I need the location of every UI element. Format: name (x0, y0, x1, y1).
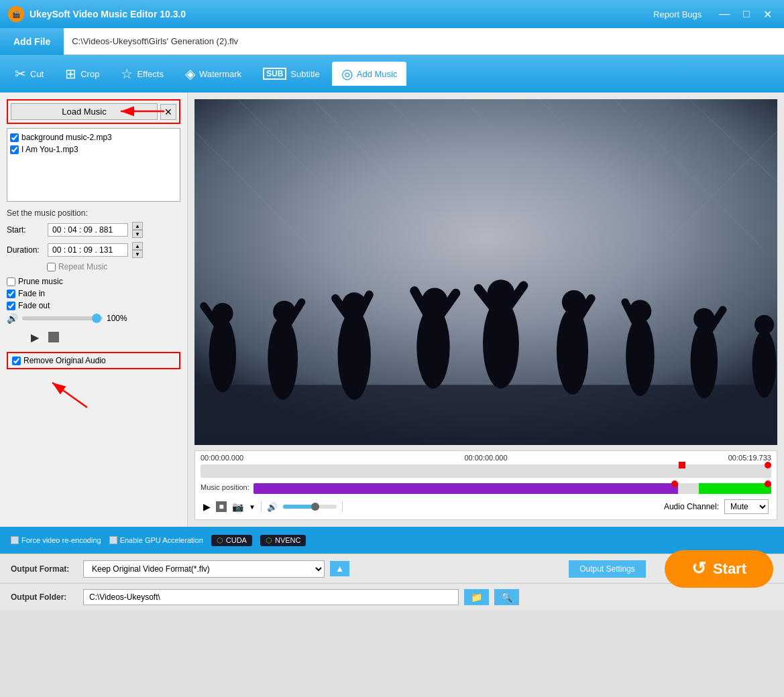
remove-original-audio-checkbox[interactable] (12, 357, 21, 365)
time-start: 00:00:00.000 (201, 454, 243, 462)
cuda-badge: ⬡ CUDA (211, 535, 252, 546)
report-bugs-link[interactable]: Report Bugs (653, 9, 702, 19)
left-panel: Load Music ✕ background music-2.mp3 (0, 92, 188, 527)
timeline-marker-end[interactable] (765, 462, 771, 468)
fade-in-checkbox[interactable] (7, 290, 15, 298)
output-folder-input[interactable] (83, 589, 459, 605)
audio-channel-label: Audio Channel: (664, 502, 719, 511)
right-panel: 00:00:00.000 00:00:00.000 00:05:19.733 M… (188, 92, 784, 527)
close-button[interactable]: ✕ (759, 7, 776, 22)
purple-progress (254, 483, 678, 494)
time-mid: 00:00:00.000 (464, 454, 507, 462)
tool-subtitle[interactable]: SUB Subtitle (254, 64, 329, 84)
video-stop-button[interactable]: ■ (216, 501, 227, 512)
tool-crop[interactable]: ⊞ Crop (56, 62, 109, 86)
music-marker-left[interactable] (671, 481, 678, 487)
crop-icon: ⊞ (65, 66, 76, 82)
prune-music-checkbox[interactable] (7, 277, 15, 286)
start-button[interactable]: ↺ Start (665, 550, 773, 588)
music-list: background music-2.mp3 I Am You-1.mp3 (7, 128, 180, 202)
crop-label: Crop (80, 69, 99, 79)
fade-in-label: Fade in (18, 289, 45, 298)
video-volume-thumb[interactable] (311, 503, 319, 511)
browse-folder-button[interactable]: 📁 (464, 589, 489, 605)
music-filename-2: I Am You-1.mp3 (21, 145, 78, 154)
app-title: UkeySoft Video Music Editor 10.3.0 (30, 9, 653, 19)
output-format-bar: Output Format: Keep Original Video Forma… (0, 554, 784, 583)
music-filename-1: background music-2.mp3 (21, 133, 112, 142)
prune-music-label: Prune music (18, 277, 63, 286)
fade-out-row: Fade out (7, 301, 180, 310)
volume-percent: 100% (107, 314, 127, 323)
music-position-section-label: Set the music position: (7, 208, 180, 218)
duration-spinner: ▲ ▼ (132, 242, 143, 258)
force-reencoding-label: Force video re-encoding (21, 536, 101, 544)
tool-watermark[interactable]: ◈ Watermark (176, 62, 251, 86)
tool-add-music[interactable]: ◎ Add Music (332, 62, 407, 86)
duration-up[interactable]: ▲ (132, 242, 143, 250)
search-folder-button[interactable]: 🔍 (494, 589, 519, 605)
duration-down[interactable]: ▼ (132, 250, 143, 258)
output-format-select[interactable]: Keep Original Video Format(*.flv) (83, 560, 325, 578)
play-controls: ▶ (7, 329, 180, 345)
screenshot-button[interactable]: 📷 (232, 501, 243, 512)
start-label: Start: (7, 225, 44, 235)
repeat-music-label: Repeat Music (58, 262, 107, 271)
repeat-music-checkbox[interactable] (47, 263, 56, 271)
fade-out-checkbox[interactable] (7, 302, 15, 310)
toolbar: ✂ Cut ⊞ Crop ☆ Effects ◈ Watermark SUB S… (0, 55, 784, 92)
svg-point-46 (752, 330, 777, 397)
music-marker-right[interactable] (765, 481, 771, 487)
divider-2 (342, 501, 343, 512)
duration-input[interactable] (48, 243, 128, 257)
remove-audio-arrow (47, 377, 101, 411)
add-file-button[interactable]: Add File (0, 28, 64, 55)
music-checkbox-1[interactable] (10, 133, 19, 142)
force-reencoding-checkbox[interactable] (11, 536, 19, 544)
screenshot-down-button[interactable]: ▼ (249, 503, 256, 511)
output-settings-button[interactable]: Output Settings (569, 560, 646, 578)
minimize-button[interactable]: — (715, 7, 734, 22)
tool-cut[interactable]: ✂ Cut (5, 62, 53, 86)
volume-slider-thumb[interactable] (92, 314, 101, 323)
nvenc-label: NVENC (275, 536, 301, 544)
prune-music-row: Prune music (7, 277, 180, 286)
output-folder-label: Output Folder: (11, 592, 78, 602)
time-markers: 00:00:00.000 00:00:00.000 00:05:19.733 (201, 454, 771, 462)
bottom-bar: Force video re-encoding Enable GPU Accel… (0, 527, 784, 554)
start-time-input[interactable] (48, 223, 128, 237)
video-volume-slider[interactable] (283, 505, 337, 509)
video-play-button[interactable]: ▶ (203, 501, 211, 512)
audio-channel-select[interactable]: Mute Stereo Left Right (724, 499, 769, 514)
force-reencoding-row: Force video re-encoding (11, 536, 101, 544)
cut-label: Cut (30, 69, 44, 79)
music-position-track[interactable] (254, 483, 771, 494)
video-volume-icon: 🔊 (267, 502, 278, 512)
subtitle-label: Subtitle (290, 69, 319, 79)
volume-row: 🔊 100% (7, 313, 180, 324)
cuda-label: CUDA (226, 536, 247, 544)
gpu-acceleration-checkbox[interactable] (109, 536, 117, 544)
effects-label: Effects (137, 69, 164, 79)
app-icon: 🎬 (8, 6, 24, 22)
start-time-up[interactable]: ▲ (132, 222, 143, 230)
output-format-arrow-button[interactable]: ▲ (330, 561, 349, 576)
timeline-bar[interactable] (201, 464, 771, 478)
watermark-label: Watermark (199, 69, 241, 79)
window-controls: — □ ✕ (715, 7, 776, 22)
play-button[interactable]: ▶ (27, 329, 43, 345)
video-svg (194, 99, 777, 445)
start-time-down[interactable]: ▼ (132, 230, 143, 238)
music-item-1: background music-2.mp3 (10, 131, 177, 143)
stop-button[interactable] (48, 332, 59, 342)
music-checkbox-2[interactable] (10, 145, 19, 154)
load-music-button[interactable]: Load Music (11, 103, 158, 120)
timeline-marker-start[interactable] (679, 462, 685, 468)
add-music-icon: ◎ (341, 66, 353, 82)
repeat-music-row: Repeat Music (7, 262, 180, 271)
tool-effects[interactable]: ☆ Effects (111, 62, 173, 86)
add-music-label: Add Music (357, 69, 398, 79)
maximize-button[interactable]: □ (739, 7, 754, 22)
volume-slider-track[interactable] (22, 316, 103, 320)
clear-music-button[interactable]: ✕ (160, 104, 176, 120)
